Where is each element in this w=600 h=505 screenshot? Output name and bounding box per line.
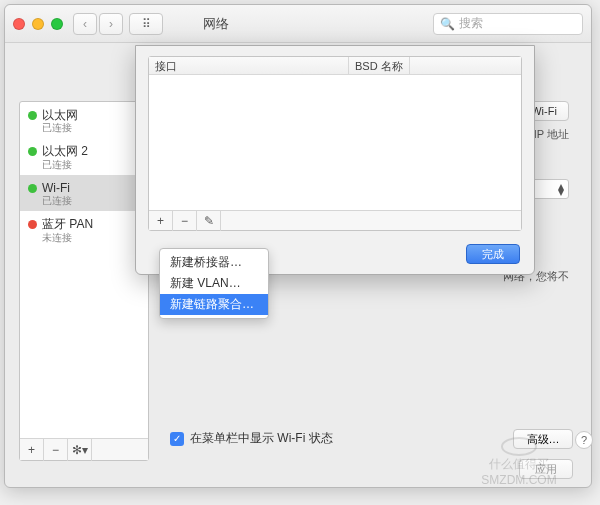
interface-name: 以太网 2 (42, 144, 140, 158)
checkbox-checked-icon[interactable]: ✓ (170, 432, 184, 446)
status-dot-icon (28, 147, 37, 156)
interface-status: 已连接 (42, 195, 140, 207)
sidebar-item-ethernet2[interactable]: 以太网 2 已连接 (20, 138, 148, 174)
manage-interfaces-sheet: 接口 BSD 名称 + − ✎ 新建桥接器… 新建 VLAN… 新建链路聚合… … (135, 45, 535, 275)
help-button[interactable]: ? (575, 431, 593, 449)
add-interface-button[interactable]: + (20, 439, 44, 461)
zoom-icon[interactable] (51, 18, 63, 30)
minimize-icon[interactable] (32, 18, 44, 30)
interface-name: 蓝牙 PAN (42, 217, 140, 231)
menu-item-link-aggregate[interactable]: 新建链路聚合… (160, 294, 268, 315)
col-interface[interactable]: 接口 (149, 57, 349, 74)
status-dot-icon (28, 220, 37, 229)
interface-status: 未连接 (42, 232, 140, 244)
search-placeholder: 搜索 (459, 15, 483, 32)
add-dropdown-menu: 新建桥接器… 新建 VLAN… 新建链路聚合… (159, 248, 269, 319)
sidebar-item-wifi[interactable]: Wi-Fi 已连接 (20, 175, 148, 211)
search-input[interactable]: 🔍 搜索 (433, 13, 583, 35)
col-bsd-name[interactable]: BSD 名称 (349, 57, 410, 74)
interface-status: 已连接 (42, 159, 140, 171)
sidebar-footer: + − ✻▾ (20, 438, 148, 460)
status-dot-icon (28, 111, 37, 120)
apply-button[interactable]: 应用 (519, 459, 573, 479)
menu-item-vlan[interactable]: 新建 VLAN… (160, 273, 268, 294)
close-icon[interactable] (13, 18, 25, 30)
preferences-window: ‹ › ⠿ 网络 🔍 搜索 以太网 已连接 以太网 2 已连接 Wi-Fi (4, 4, 592, 488)
remove-interface-button[interactable]: − (44, 439, 68, 461)
status-dot-icon (28, 184, 37, 193)
forward-button[interactable]: › (99, 13, 123, 35)
sidebar-item-ethernet[interactable]: 以太网 已连接 (20, 102, 148, 138)
interface-name: 以太网 (42, 108, 140, 122)
checkbox-label: 在菜单栏中显示 Wi-Fi 状态 (190, 430, 333, 447)
sidebar-item-bluetooth-pan[interactable]: 蓝牙 PAN 未连接 (20, 211, 148, 247)
interfaces-table: 接口 BSD 名称 + − ✎ (148, 56, 522, 231)
remove-button[interactable]: − (173, 211, 197, 231)
window-title: 网络 (203, 15, 229, 33)
interface-name: Wi-Fi (42, 181, 140, 195)
advanced-button[interactable]: 高级… (513, 429, 573, 449)
traffic-lights (13, 18, 63, 30)
done-button[interactable]: 完成 (466, 244, 520, 264)
add-button[interactable]: + (149, 211, 173, 231)
menu-item-bridge[interactable]: 新建桥接器… (160, 252, 268, 273)
search-icon: 🔍 (440, 17, 455, 31)
network-sidebar: 以太网 已连接 以太网 2 已连接 Wi-Fi 已连接 蓝牙 PAN 未连接 +… (19, 101, 149, 461)
nav-buttons: ‹ › (73, 13, 123, 35)
menubar-checkbox-row[interactable]: ✓ 在菜单栏中显示 Wi-Fi 状态 (170, 430, 333, 447)
interface-status: 已连接 (42, 122, 140, 134)
edit-icon[interactable]: ✎ (197, 211, 221, 231)
gear-icon[interactable]: ✻▾ (68, 439, 92, 461)
table-header: 接口 BSD 名称 (149, 57, 521, 75)
show-all-button[interactable]: ⠿ (129, 13, 163, 35)
sheet-list-footer: + − ✎ (149, 210, 521, 230)
stepper-arrows-icon: ▴▾ (558, 183, 564, 195)
back-button[interactable]: ‹ (73, 13, 97, 35)
titlebar: ‹ › ⠿ 网络 🔍 搜索 (5, 5, 591, 43)
